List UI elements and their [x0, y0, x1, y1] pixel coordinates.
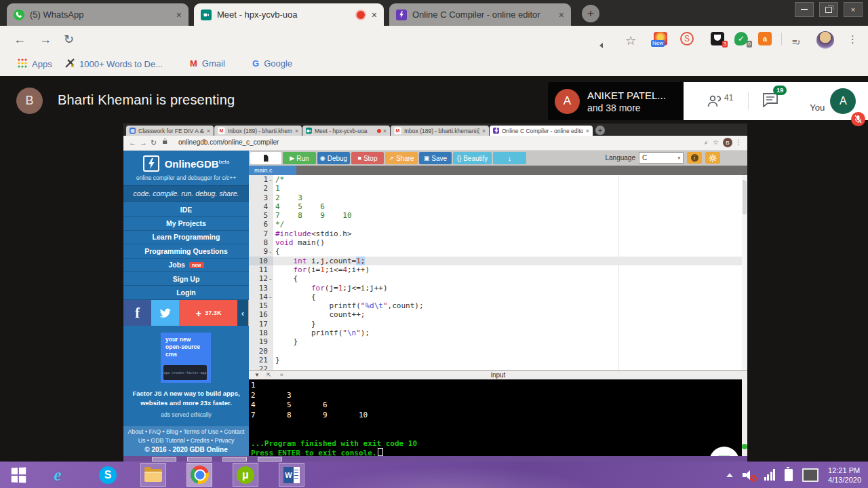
inner-browser-tab[interactable]: Meet - hpx-ycvb-uoa× [302, 126, 390, 136]
bookmark-item[interactable]: Apps [18, 58, 52, 70]
sidebar-item-my-projects[interactable]: My Projects [123, 217, 249, 230]
back-icon[interactable]: ← [14, 31, 26, 48]
minimize-icon[interactable] [795, 2, 814, 17]
inner-tab-close-icon[interactable]: × [207, 128, 210, 134]
new-tab-button[interactable]: + [582, 5, 599, 22]
browser-menu-icon[interactable]: ⋮ [848, 33, 858, 45]
tab-close-icon[interactable]: × [559, 10, 564, 20]
sidebar-item-ide[interactable]: IDE [123, 203, 249, 217]
bookmark-item[interactable]: MGmail [190, 58, 225, 69]
download-button[interactable]: ↓ [493, 152, 526, 164]
code-editor[interactable]: 1-23456789-101112-1314-1516171819202122 … [249, 175, 747, 370]
footer-links[interactable]: Us • GDB Tutorial • Credits • Privacy [123, 437, 249, 444]
new-file-button[interactable] [250, 152, 281, 164]
editor-code-area[interactable]: /*12 34 5 67 8 9 10*/#include<stdio.h>vo… [273, 175, 747, 370]
editor-scrollbar[interactable]: ▲ [742, 175, 747, 370]
stop-button[interactable]: ■Stop [351, 152, 384, 164]
fold-marker-icon[interactable]: - [268, 175, 273, 184]
file-tab-main-c[interactable]: main.c [249, 166, 296, 175]
inner-star-icon[interactable]: ☆ [713, 138, 719, 146]
save-button[interactable]: ▣Save [419, 152, 452, 164]
bookmark-star-icon[interactable]: ☆ [625, 33, 636, 49]
browser-tab[interactable]: (5) WhatsApp× [7, 3, 189, 26]
inner-forward-icon[interactable]: → [140, 138, 147, 147]
twitter-icon[interactable] [151, 300, 179, 326]
tab-close-icon[interactable]: × [176, 10, 182, 20]
ad-banner[interactable]: your new open-source cms npx create-fact… [161, 333, 211, 383]
console-output[interactable]: 12 34 5 67 8 9 10...Program finished wit… [249, 379, 742, 456]
sidebar-item-sign-up[interactable]: Sign Up [123, 272, 249, 286]
bookmark-item[interactable]: GGoogle [252, 58, 292, 69]
inner-tab-close-icon[interactable]: × [295, 128, 298, 134]
console-scrollbar[interactable] [742, 379, 747, 456]
extension-alibaba-icon[interactable]: a [758, 32, 772, 45]
inner-menu-icon[interactable]: ⋮ [735, 138, 742, 146]
debug-button[interactable]: ◉Debug [317, 152, 350, 164]
browser-tab[interactable]: Meet - hpx-ycvb-uoa× [194, 3, 384, 26]
battery-icon[interactable] [785, 469, 793, 481]
sidebar-item-learn-programming[interactable]: Learn Programming [123, 231, 249, 244]
language-select[interactable]: C▾ [639, 152, 684, 164]
inner-zoom-icon[interactable]: ⌕ [704, 138, 708, 147]
sidebar-item-login[interactable]: Login [123, 286, 249, 299]
inner-reload-icon[interactable]: ↻ [151, 138, 157, 147]
restore-icon[interactable] [819, 2, 838, 17]
reading-list-icon[interactable]: ≡♪ [792, 34, 800, 50]
inner-tab-close-icon[interactable]: × [383, 128, 387, 134]
bookmark-item[interactable]: 1000+ Words to De... [65, 58, 163, 70]
sidebar-collapse-handle[interactable]: ‹ [237, 300, 248, 326]
display-icon[interactable] [802, 468, 818, 482]
share-button[interactable]: ↗Share [385, 152, 418, 164]
chat-button[interactable]: 19 [762, 92, 778, 110]
reload-icon[interactable]: ↻ [64, 31, 74, 48]
taskbar-skype[interactable]: S [95, 463, 121, 487]
extension-mail-icon[interactable]: 3 [711, 32, 724, 45]
clock[interactable]: 12:21 PM 4/13/2020 [828, 466, 861, 485]
forward-icon[interactable]: → [39, 31, 52, 48]
tray-expand-icon[interactable] [726, 473, 733, 477]
gdb-logo[interactable]: OnlineGDBbeta [123, 155, 249, 172]
taskbar-ie[interactable]: e [45, 463, 71, 487]
sidebar-item-jobs[interactable]: Jobsnew [123, 259, 249, 272]
close-icon[interactable]: × [844, 2, 863, 17]
inner-browser-tab[interactable]: ▦Classwork for FE DIV A &B FE× [126, 126, 214, 136]
inner-url-text[interactable]: onlinegdb.com/online_c_compiler [178, 138, 279, 146]
tab-close-icon[interactable]: × [372, 10, 377, 20]
info-button[interactable]: i [687, 152, 702, 164]
inner-tab-title: Online C Compiler - online editor [502, 128, 583, 134]
inner-browser-tab[interactable]: Online C Compiler - online editor× [490, 126, 593, 136]
inner-back-icon[interactable]: ← [129, 138, 136, 147]
inner-tab-close-icon[interactable]: × [586, 128, 589, 134]
sidebar-item-programming-questions[interactable]: Programming Questions [123, 244, 249, 258]
you-avatar[interactable]: A [830, 88, 856, 114]
inner-browser-tab[interactable]: MInbox (189) - bharti.khemani@k× [391, 126, 489, 136]
run-button[interactable]: ▶Run [283, 152, 316, 164]
inner-url-bar[interactable]: onlinegdb.com/online_c_compiler [163, 138, 279, 146]
network-signal-icon[interactable] [764, 469, 776, 481]
footer-links[interactable]: About • FAQ • Blog • Terms of Use • Cont… [123, 428, 249, 435]
extension-check-icon[interactable]: ✓ 0 [734, 32, 748, 45]
fold-marker-icon[interactable]: - [268, 247, 273, 256]
taskbar-utorrent[interactable]: µ [233, 463, 258, 487]
inner-browser-tab[interactable]: MInbox (189) - bharti.khemani@k× [214, 126, 302, 136]
extension-blocked-icon[interactable]: S [680, 32, 694, 45]
extension-camscanner-icon[interactable]: New [654, 32, 667, 45]
settings-gear-button[interactable] [705, 152, 720, 164]
participant-chip[interactable]: A ANIKET PATEL... and 38 more [548, 82, 684, 120]
people-button[interactable]: 41 [707, 94, 733, 108]
taskbar-word[interactable]: W [279, 463, 304, 487]
facebook-icon[interactable]: f [123, 300, 151, 326]
share-counter-button[interactable]: +37.3K [179, 300, 238, 326]
inner-profile-avatar[interactable]: B [723, 138, 732, 147]
profile-avatar[interactable] [816, 31, 834, 49]
beautify-button[interactable]: {} Beautify [453, 152, 492, 164]
fold-marker-icon[interactable]: - [268, 274, 273, 283]
browser-tab[interactable]: Online C Compiler - online editor× [389, 3, 571, 26]
start-button[interactable] [5, 463, 31, 487]
taskbar-explorer[interactable] [140, 463, 166, 487]
taskbar-chrome[interactable] [186, 463, 212, 487]
fold-marker-icon[interactable]: - [268, 293, 273, 301]
inner-tab-close-icon[interactable]: × [482, 128, 486, 134]
inner-new-tab-button[interactable]: + [595, 126, 605, 135]
volume-muted-icon[interactable] [743, 470, 755, 481]
